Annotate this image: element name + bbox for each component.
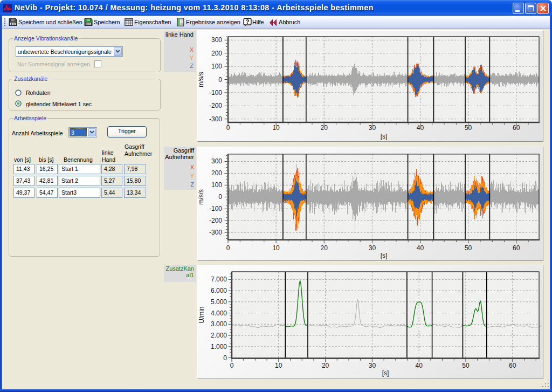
- svg-text:m/s/s: m/s/s: [197, 189, 205, 205]
- svg-text:50: 50: [465, 124, 472, 132]
- svg-text:-300: -300: [209, 229, 222, 236]
- svg-text:[s]: [s]: [381, 252, 388, 259]
- svg-text:60: 60: [509, 362, 516, 369]
- svg-text:0: 0: [226, 244, 230, 252]
- svg-text:0: 0: [230, 362, 234, 369]
- svg-text:2.000: 2.000: [211, 332, 227, 339]
- svg-text:-100: -100: [209, 89, 222, 97]
- svg-text:200: 200: [211, 169, 222, 177]
- svg-text:200: 200: [211, 50, 222, 57]
- svg-text:300: 300: [211, 157, 222, 165]
- svg-text:0: 0: [218, 76, 222, 84]
- svg-text:60: 60: [513, 124, 520, 132]
- svg-text:4.000: 4.000: [211, 310, 227, 317]
- svg-text:30: 30: [369, 362, 376, 369]
- svg-text:5.000: 5.000: [211, 298, 227, 306]
- svg-text:10: 10: [272, 124, 280, 132]
- svg-text:20: 20: [321, 124, 328, 132]
- svg-text:[s]: [s]: [381, 133, 388, 140]
- svg-text:50: 50: [465, 244, 472, 252]
- svg-text:-200: -200: [209, 217, 222, 224]
- svg-text:0: 0: [218, 193, 222, 201]
- svg-text:U/min: U/min: [198, 306, 205, 323]
- svg-text:100: 100: [211, 63, 222, 70]
- svg-text:10: 10: [275, 362, 282, 369]
- svg-text:[s]: [s]: [382, 369, 389, 377]
- svg-text:20: 20: [322, 362, 329, 369]
- svg-text:m/s/s: m/s/s: [197, 72, 205, 87]
- svg-text:30: 30: [369, 124, 376, 132]
- svg-text:50: 50: [462, 362, 470, 369]
- svg-text:10: 10: [272, 244, 280, 252]
- svg-text:0: 0: [223, 354, 227, 362]
- svg-text:-200: -200: [209, 102, 222, 109]
- svg-text:-300: -300: [209, 115, 222, 123]
- svg-text:0: 0: [226, 124, 230, 132]
- svg-text:7.000: 7.000: [211, 276, 227, 283]
- svg-text:?: ?: [245, 18, 249, 25]
- svg-text:40: 40: [417, 124, 424, 132]
- svg-text:3.000: 3.000: [211, 320, 227, 328]
- svg-text:40: 40: [416, 362, 423, 369]
- svg-text:30: 30: [369, 244, 376, 252]
- svg-text:-100: -100: [209, 205, 222, 212]
- svg-text:1.000: 1.000: [211, 343, 227, 350]
- svg-text:6.000: 6.000: [211, 287, 227, 294]
- svg-text:300: 300: [211, 36, 222, 44]
- svg-text:20: 20: [321, 244, 328, 252]
- svg-text:100: 100: [211, 181, 222, 189]
- svg-text:40: 40: [417, 244, 424, 252]
- svg-text:60: 60: [513, 244, 520, 252]
